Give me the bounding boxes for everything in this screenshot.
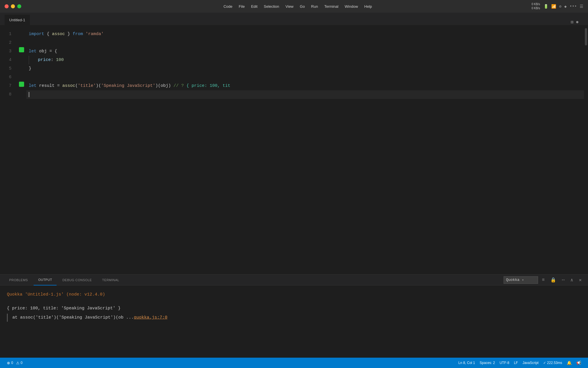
menu-file[interactable]: File: [236, 3, 247, 10]
system-icons: 🔋 📶 ⊘ ◆ ••• ☰: [543, 4, 583, 9]
token-close-brace: }: [29, 64, 31, 73]
menu-code[interactable]: Code: [220, 3, 235, 10]
titlebar: Code File Edit Selection View Go Run Ter…: [0, 0, 588, 13]
menu-terminal[interactable]: Terminal: [321, 3, 341, 10]
output-line-4: at assoc('title')('Speaking JavaScript')…: [7, 313, 581, 322]
status-broadcast-icon[interactable]: 📢: [574, 358, 583, 368]
status-spaces[interactable]: Spaces: 2: [477, 358, 497, 368]
tab-output[interactable]: OUTPUT: [34, 275, 57, 285]
token-obj-decl: obj = {: [36, 47, 57, 56]
minimize-button[interactable]: [11, 4, 15, 8]
status-timing[interactable]: ✓ 222.53ms: [541, 358, 564, 368]
menu-view[interactable]: View: [283, 3, 296, 10]
spaces-text: Spaces: 2: [480, 361, 495, 365]
circle-icon[interactable]: ●: [576, 19, 579, 25]
menu-run[interactable]: Run: [308, 3, 321, 10]
menu-edit[interactable]: Edit: [248, 3, 260, 10]
close-panel-icon[interactable]: ✕: [577, 276, 583, 284]
token-price: price: [38, 56, 51, 64]
traffic-lights: [5, 4, 21, 8]
token-from: from: [73, 30, 83, 39]
wifi-icon: 📶: [551, 4, 556, 9]
output-line-3: { price: 100, title: 'Speaking JavaScrip…: [7, 304, 581, 313]
encoding-text: UTF-8: [500, 361, 509, 365]
filter-label: Quokka: [506, 278, 520, 282]
editor-tabs: Untitled-1 ⊞ ●: [0, 13, 588, 25]
titlebar-left: [5, 4, 21, 8]
token-assoc2: assoc: [62, 82, 75, 90]
token-ramda: 'ramda': [86, 30, 104, 39]
editor-area: 1 2 3 4 5 6 7 8 import { assoc } from 'r…: [0, 25, 588, 274]
menu-help[interactable]: Help: [361, 3, 375, 10]
code-line-6: [26, 73, 584, 82]
code-line-3: let obj = {: [26, 47, 584, 56]
token-brace-open: {: [44, 30, 52, 39]
code-line-5: }: [26, 64, 584, 73]
output-at-text: at assoc('title')('Speaking JavaScript')…: [12, 313, 134, 322]
broadcast-icon: 📢: [576, 361, 581, 365]
net-upload: 0 KB/s: [531, 2, 540, 6]
timing-text: ✓ 222.53ms: [543, 361, 562, 365]
statusbar: ⊗ 0 ⚠ 0 Ln 8, Col 1 Spaces: 2 UTF-8 LF J…: [0, 358, 588, 368]
output-line-1: Quokka 'Untitled-1.js' (node: v12.4.0): [7, 290, 581, 299]
wrap-icon[interactable]: ↔: [560, 276, 566, 284]
gutter-indicator-line3: [19, 47, 24, 52]
clear-output-icon[interactable]: ≡: [540, 276, 547, 284]
code-line-7: let result = assoc ( 'title' )( 'Speakin…: [26, 82, 584, 90]
collapse-icon[interactable]: ∧: [569, 276, 575, 284]
menu-selection[interactable]: Selection: [261, 3, 282, 10]
token-assoc: assoc: [52, 30, 65, 39]
line-numbers: 1 2 3 4 5 6 7 8: [0, 25, 17, 274]
apple-menu[interactable]: [213, 5, 219, 7]
status-right: Ln 8, Col 1 Spaces: 2 UTF-8 LF JavaScrip…: [456, 358, 583, 368]
panel: PROBLEMS OUTPUT DEBUG CONSOLE TERMINAL Q…: [0, 274, 588, 358]
close-button[interactable]: [5, 4, 9, 8]
output-filter-select[interactable]: Quokka ▾: [504, 276, 538, 284]
battery-icon: 🔋: [543, 4, 548, 9]
code-line-8: [26, 90, 584, 99]
token-result-preview: { price: 100, tit: [186, 82, 230, 90]
menu-window[interactable]: Window: [342, 3, 361, 10]
code-line-1: import { assoc } from 'ramda': [26, 30, 584, 39]
editor-tab-untitled[interactable]: Untitled-1: [5, 15, 30, 25]
split-editor-icon[interactable]: ⊞: [571, 19, 574, 25]
panel-tab-actions: Quokka ▾ ≡ 🔒 ↔ ∧ ✕: [504, 276, 584, 284]
language-text: JavaScript: [523, 361, 539, 365]
code-line-4: price : 100: [26, 56, 584, 64]
code-editor[interactable]: import { assoc } from 'ramda' let obj = …: [26, 25, 584, 274]
panel-tabs: PROBLEMS OUTPUT DEBUG CONSOLE TERMINAL Q…: [0, 275, 588, 285]
error-icon: ⊗: [7, 361, 10, 365]
cursor: [29, 92, 29, 97]
output-result-obj: { price: 100, title: 'Speaking JavaScrip…: [7, 304, 121, 313]
gutter: [17, 25, 26, 274]
output-quokka-link[interactable]: quokka.js:7:0: [134, 313, 167, 322]
editor-scrollbar[interactable]: [584, 25, 588, 274]
scrollbar-thumb[interactable]: [585, 28, 587, 45]
token-brace-close: }: [65, 30, 73, 39]
eol-text: LF: [514, 361, 518, 365]
chevron-down-icon: ▾: [522, 278, 524, 282]
output-indent-bar: [7, 314, 8, 322]
status-encoding[interactable]: UTF-8: [497, 358, 512, 368]
tab-debug-console[interactable]: DEBUG CONSOLE: [58, 275, 96, 285]
lock-icon[interactable]: 🔒: [549, 276, 558, 284]
tab-problems[interactable]: PROBLEMS: [5, 275, 32, 285]
status-eol[interactable]: LF: [512, 358, 520, 368]
menu-go[interactable]: Go: [297, 3, 307, 10]
token-let2: let: [29, 82, 36, 90]
status-notification-icon[interactable]: 🔔: [564, 358, 574, 368]
list-icon: ☰: [580, 4, 583, 9]
status-language[interactable]: JavaScript: [520, 358, 541, 368]
status-position[interactable]: Ln 8, Col 1: [456, 358, 477, 368]
token-paren2: )(: [96, 82, 101, 90]
status-errors[interactable]: ⊗ 0 ⚠ 0: [5, 358, 25, 368]
finder-icon: ◆: [564, 4, 566, 9]
gutter-indicator-line7: [19, 82, 24, 87]
token-result-decl: result =: [36, 82, 62, 90]
tab-terminal[interactable]: TERMINAL: [98, 275, 124, 285]
position-text: Ln 8, Col 1: [458, 361, 475, 365]
maximize-button[interactable]: [17, 4, 21, 8]
output-empty-line: [7, 299, 581, 304]
bell-icon: 🔔: [567, 361, 572, 365]
network-stats: 0 KB/s 0 KB/s: [531, 2, 540, 10]
